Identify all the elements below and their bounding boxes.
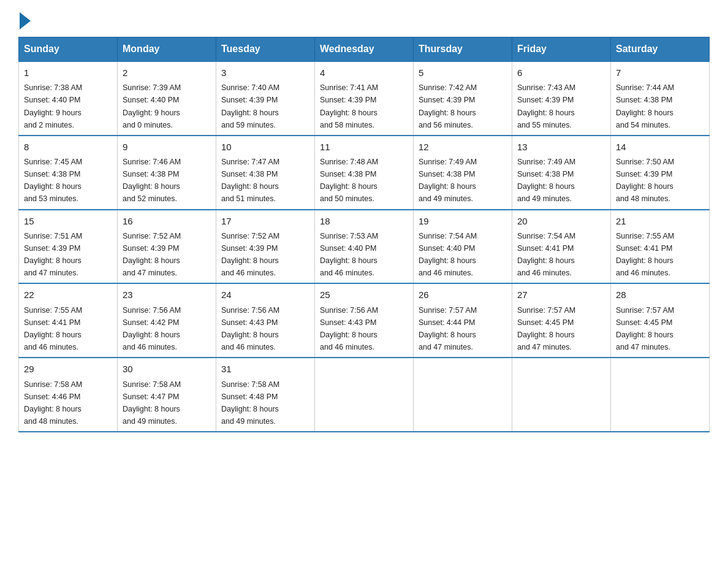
page-header bbox=[18, 12, 710, 29]
day-info: Sunrise: 7:51 AMSunset: 4:39 PMDaylight:… bbox=[24, 232, 82, 277]
day-number: 24 bbox=[221, 288, 309, 302]
day-number: 25 bbox=[320, 288, 408, 302]
calendar-cell: 17Sunrise: 7:52 AMSunset: 4:39 PMDayligh… bbox=[216, 210, 315, 284]
calendar-week-row: 1Sunrise: 7:38 AMSunset: 4:40 PMDaylight… bbox=[19, 61, 710, 136]
day-info: Sunrise: 7:48 AMSunset: 4:38 PMDaylight:… bbox=[320, 158, 378, 203]
day-info: Sunrise: 7:58 AMSunset: 4:48 PMDaylight:… bbox=[221, 380, 279, 426]
column-header-friday: Friday bbox=[512, 37, 611, 62]
day-info: Sunrise: 7:52 AMSunset: 4:39 PMDaylight:… bbox=[221, 232, 279, 277]
calendar-cell: 29Sunrise: 7:58 AMSunset: 4:46 PMDayligh… bbox=[19, 358, 118, 432]
calendar-cell: 5Sunrise: 7:42 AMSunset: 4:39 PMDaylight… bbox=[414, 61, 512, 136]
calendar-table: SundayMondayTuesdayWednesdayThursdayFrid… bbox=[18, 37, 710, 432]
day-number: 26 bbox=[419, 288, 507, 302]
calendar-cell: 26Sunrise: 7:57 AMSunset: 4:44 PMDayligh… bbox=[414, 283, 512, 358]
calendar-cell bbox=[611, 358, 710, 432]
day-number: 1 bbox=[24, 66, 112, 80]
day-info: Sunrise: 7:40 AMSunset: 4:39 PMDaylight:… bbox=[221, 83, 279, 129]
calendar-cell: 25Sunrise: 7:56 AMSunset: 4:43 PMDayligh… bbox=[315, 283, 414, 358]
day-number: 29 bbox=[24, 362, 112, 376]
calendar-cell: 30Sunrise: 7:58 AMSunset: 4:47 PMDayligh… bbox=[118, 358, 216, 432]
day-number: 6 bbox=[517, 66, 605, 80]
day-info: Sunrise: 7:53 AMSunset: 4:40 PMDaylight:… bbox=[320, 232, 378, 277]
day-number: 27 bbox=[517, 288, 605, 302]
day-number: 9 bbox=[123, 140, 211, 154]
calendar-cell: 11Sunrise: 7:48 AMSunset: 4:38 PMDayligh… bbox=[315, 136, 414, 210]
calendar-cell: 2Sunrise: 7:39 AMSunset: 4:40 PMDaylight… bbox=[118, 61, 216, 136]
day-number: 13 bbox=[517, 140, 605, 154]
column-header-saturday: Saturday bbox=[611, 37, 710, 62]
calendar-cell: 23Sunrise: 7:56 AMSunset: 4:42 PMDayligh… bbox=[118, 283, 216, 358]
day-info: Sunrise: 7:49 AMSunset: 4:38 PMDaylight:… bbox=[517, 158, 575, 203]
day-info: Sunrise: 7:56 AMSunset: 4:43 PMDaylight:… bbox=[320, 306, 378, 351]
day-info: Sunrise: 7:44 AMSunset: 4:38 PMDaylight:… bbox=[616, 83, 674, 129]
column-header-monday: Monday bbox=[118, 37, 216, 62]
day-info: Sunrise: 7:57 AMSunset: 4:45 PMDaylight:… bbox=[517, 306, 575, 351]
calendar-cell: 14Sunrise: 7:50 AMSunset: 4:39 PMDayligh… bbox=[611, 136, 710, 210]
calendar-header-row: SundayMondayTuesdayWednesdayThursdayFrid… bbox=[19, 37, 710, 62]
calendar-cell bbox=[414, 358, 512, 432]
day-number: 31 bbox=[221, 362, 309, 376]
column-header-sunday: Sunday bbox=[19, 37, 118, 62]
calendar-week-row: 15Sunrise: 7:51 AMSunset: 4:39 PMDayligh… bbox=[19, 210, 710, 284]
day-info: Sunrise: 7:43 AMSunset: 4:39 PMDaylight:… bbox=[517, 83, 575, 129]
day-number: 19 bbox=[419, 214, 507, 228]
calendar-cell: 20Sunrise: 7:54 AMSunset: 4:41 PMDayligh… bbox=[512, 210, 611, 284]
day-info: Sunrise: 7:56 AMSunset: 4:42 PMDaylight:… bbox=[123, 306, 181, 351]
calendar-cell: 6Sunrise: 7:43 AMSunset: 4:39 PMDaylight… bbox=[512, 61, 611, 136]
day-info: Sunrise: 7:54 AMSunset: 4:40 PMDaylight:… bbox=[419, 232, 477, 277]
day-info: Sunrise: 7:58 AMSunset: 4:47 PMDaylight:… bbox=[123, 380, 181, 426]
day-info: Sunrise: 7:45 AMSunset: 4:38 PMDaylight:… bbox=[24, 158, 82, 203]
calendar-cell: 3Sunrise: 7:40 AMSunset: 4:39 PMDaylight… bbox=[216, 61, 315, 136]
calendar-week-row: 22Sunrise: 7:55 AMSunset: 4:41 PMDayligh… bbox=[19, 283, 710, 358]
calendar-cell: 21Sunrise: 7:55 AMSunset: 4:41 PMDayligh… bbox=[611, 210, 710, 284]
day-info: Sunrise: 7:46 AMSunset: 4:38 PMDaylight:… bbox=[123, 158, 181, 203]
calendar-cell: 1Sunrise: 7:38 AMSunset: 4:40 PMDaylight… bbox=[19, 61, 118, 136]
logo-arrow-icon bbox=[20, 12, 31, 29]
column-header-tuesday: Tuesday bbox=[216, 37, 315, 62]
calendar-cell: 18Sunrise: 7:53 AMSunset: 4:40 PMDayligh… bbox=[315, 210, 414, 284]
day-number: 12 bbox=[419, 140, 507, 154]
day-info: Sunrise: 7:55 AMSunset: 4:41 PMDaylight:… bbox=[616, 232, 674, 277]
calendar-cell bbox=[512, 358, 611, 432]
day-number: 5 bbox=[419, 66, 507, 80]
calendar-cell: 16Sunrise: 7:52 AMSunset: 4:39 PMDayligh… bbox=[118, 210, 216, 284]
calendar-cell: 31Sunrise: 7:58 AMSunset: 4:48 PMDayligh… bbox=[216, 358, 315, 432]
column-header-thursday: Thursday bbox=[414, 37, 512, 62]
calendar-cell: 19Sunrise: 7:54 AMSunset: 4:40 PMDayligh… bbox=[414, 210, 512, 284]
day-info: Sunrise: 7:52 AMSunset: 4:39 PMDaylight:… bbox=[123, 232, 181, 277]
day-number: 20 bbox=[517, 214, 605, 228]
day-number: 17 bbox=[221, 214, 309, 228]
day-info: Sunrise: 7:39 AMSunset: 4:40 PMDaylight:… bbox=[123, 83, 181, 129]
calendar-week-row: 29Sunrise: 7:58 AMSunset: 4:46 PMDayligh… bbox=[19, 358, 710, 432]
day-info: Sunrise: 7:47 AMSunset: 4:38 PMDaylight:… bbox=[221, 158, 279, 203]
day-info: Sunrise: 7:49 AMSunset: 4:38 PMDaylight:… bbox=[419, 158, 477, 203]
calendar-week-row: 8Sunrise: 7:45 AMSunset: 4:38 PMDaylight… bbox=[19, 136, 710, 210]
calendar-cell: 8Sunrise: 7:45 AMSunset: 4:38 PMDaylight… bbox=[19, 136, 118, 210]
day-info: Sunrise: 7:57 AMSunset: 4:45 PMDaylight:… bbox=[616, 306, 674, 351]
day-number: 30 bbox=[123, 362, 211, 376]
day-info: Sunrise: 7:57 AMSunset: 4:44 PMDaylight:… bbox=[419, 306, 477, 351]
calendar-cell: 4Sunrise: 7:41 AMSunset: 4:39 PMDaylight… bbox=[315, 61, 414, 136]
calendar-cell: 15Sunrise: 7:51 AMSunset: 4:39 PMDayligh… bbox=[19, 210, 118, 284]
day-number: 23 bbox=[123, 288, 211, 302]
day-number: 18 bbox=[320, 214, 408, 228]
day-number: 4 bbox=[320, 66, 408, 80]
day-info: Sunrise: 7:54 AMSunset: 4:41 PMDaylight:… bbox=[517, 232, 575, 277]
day-info: Sunrise: 7:55 AMSunset: 4:41 PMDaylight:… bbox=[24, 306, 82, 351]
day-number: 28 bbox=[616, 288, 704, 302]
day-number: 10 bbox=[221, 140, 309, 154]
calendar-cell bbox=[315, 358, 414, 432]
day-info: Sunrise: 7:38 AMSunset: 4:40 PMDaylight:… bbox=[24, 83, 82, 129]
calendar-cell: 28Sunrise: 7:57 AMSunset: 4:45 PMDayligh… bbox=[611, 283, 710, 358]
day-number: 8 bbox=[24, 140, 112, 154]
calendar-cell: 12Sunrise: 7:49 AMSunset: 4:38 PMDayligh… bbox=[414, 136, 512, 210]
logo bbox=[18, 12, 32, 29]
calendar-cell: 27Sunrise: 7:57 AMSunset: 4:45 PMDayligh… bbox=[512, 283, 611, 358]
day-info: Sunrise: 7:50 AMSunset: 4:39 PMDaylight:… bbox=[616, 158, 674, 203]
calendar-cell: 7Sunrise: 7:44 AMSunset: 4:38 PMDaylight… bbox=[611, 61, 710, 136]
day-number: 22 bbox=[24, 288, 112, 302]
calendar-cell: 22Sunrise: 7:55 AMSunset: 4:41 PMDayligh… bbox=[19, 283, 118, 358]
day-info: Sunrise: 7:41 AMSunset: 4:39 PMDaylight:… bbox=[320, 83, 378, 129]
day-number: 2 bbox=[123, 66, 211, 80]
day-number: 11 bbox=[320, 140, 408, 154]
